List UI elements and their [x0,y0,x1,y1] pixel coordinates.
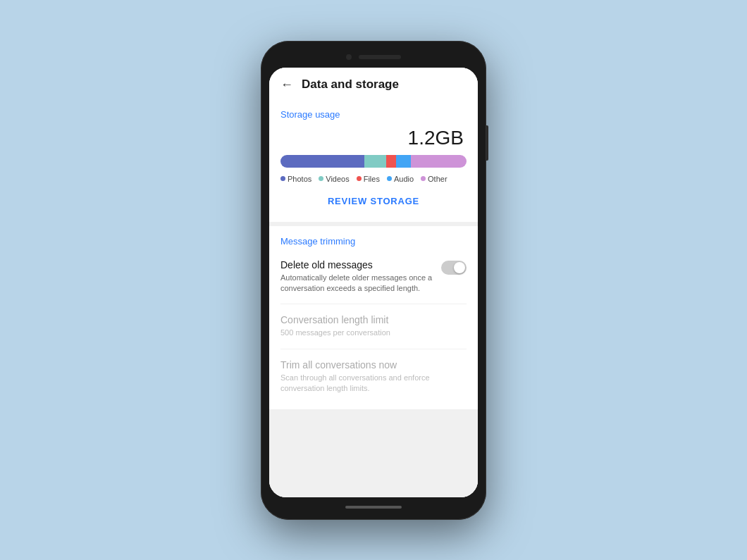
phone-screen: ← Data and storage Storage usage 1.2GB [269,68,478,497]
trim-all-desc: Scan through all conversations and enfor… [280,373,459,394]
legend-other: Other [421,175,447,183]
speaker-bar [359,55,401,59]
bar-audio [396,155,411,168]
conversation-length-text: Conversation length limit 500 messages p… [280,314,467,338]
message-trimming-section: Message trimming Delete old messages Aut… [269,226,478,410]
review-storage-button[interactable]: REVIEW STORAGE [280,192,467,208]
trim-all-title: Trim all conversations now [280,359,459,371]
trim-all-text: Trim all conversations now Scan through … [280,359,467,394]
legend-label-files: Files [364,175,380,183]
legend-label-photos: Photos [288,175,311,183]
bar-other [411,155,467,168]
delete-old-messages-main: Delete old messages Automatically delete… [280,259,467,294]
legend-dot-other [421,176,426,181]
row-divider-1 [280,304,467,304]
back-button[interactable]: ← [280,77,293,92]
message-trimming-label: Message trimming [280,236,467,247]
delete-old-messages-row: Delete old messages Automatically delete… [280,254,467,300]
delete-old-messages-desc: Automatically delete older messages once… [280,273,434,294]
legend-videos: Videos [319,175,349,183]
row-divider-2 [280,349,467,349]
legend-files: Files [357,175,380,183]
legend-label-videos: Videos [326,175,349,183]
storage-bar [280,155,467,168]
screen-content: ← Data and storage Storage usage 1.2GB [269,68,478,497]
storage-legend: Photos Videos Files Audio [280,175,467,183]
delete-old-messages-toggle[interactable] [441,261,467,275]
bar-videos [364,155,387,168]
conversation-length-row: Conversation length limit 500 messages p… [280,309,467,344]
phone-frame: ← Data and storage Storage usage 1.2GB [261,41,486,520]
phone-bottom [269,500,478,514]
delete-old-messages-title: Delete old messages [280,259,434,270]
bar-files [386,155,395,168]
legend-dot-audio [387,176,392,181]
home-indicator [345,506,402,509]
camera-dot [346,54,352,60]
conversation-length-desc: 500 messages per conversation [280,328,459,338]
legend-audio: Audio [387,175,414,183]
legend-dot-photos [280,176,285,181]
bottom-gray-area [269,409,478,497]
legend-dot-files [357,176,362,181]
storage-total: 1.2GB [280,127,467,149]
bar-photos [280,155,364,168]
legend-dot-videos [319,176,323,181]
delete-old-messages-text: Delete old messages Automatically delete… [280,259,441,294]
phone-top-bar [269,49,478,65]
header: ← Data and storage [269,68,478,99]
conversation-length-title: Conversation length limit [280,314,459,325]
legend-photos: Photos [280,175,311,183]
legend-label-other: Other [428,175,447,183]
page-title: Data and storage [302,77,399,92]
legend-label-audio: Audio [394,175,414,183]
storage-section: Storage usage 1.2GB Photos [269,99,478,218]
trim-all-row: Trim all conversations now Scan through … [280,354,467,400]
storage-section-label: Storage usage [280,109,467,120]
